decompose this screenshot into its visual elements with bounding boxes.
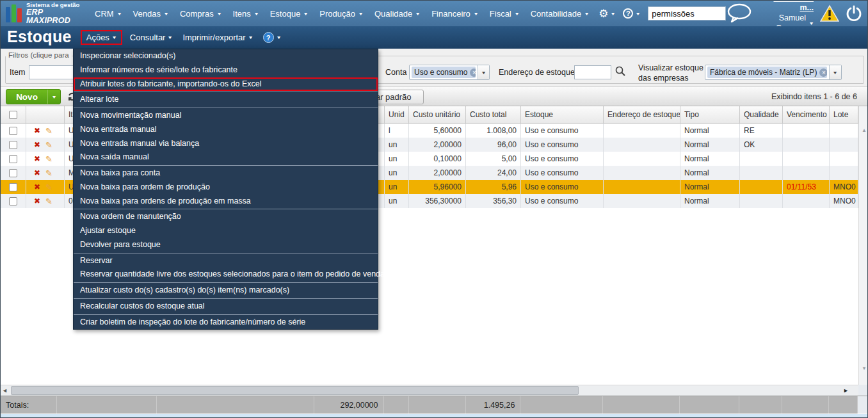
vertical-scrollbar[interactable]: ▲ ▼ — [858, 106, 868, 385]
menu-item[interactable]: Nova movimentação manual — [74, 109, 378, 123]
column-header-unid[interactable]: Unid — [385, 106, 409, 123]
horizontal-scrollbar[interactable]: ◄ ► — [1, 385, 858, 396]
edit-icon[interactable]: ✎ — [45, 155, 52, 163]
endereco-filter-input[interactable] — [574, 65, 611, 79]
column-header-endereco[interactable]: Endereço de estoque — [604, 106, 680, 123]
novo-button[interactable]: Novo ▼ — [6, 89, 61, 104]
menu-item[interactable]: Atualizar custo do(s) cadastro(s) do(s) … — [74, 284, 378, 298]
item-filter-input[interactable] — [29, 65, 74, 79]
menu-acoes[interactable]: Ações ▼ — [81, 30, 122, 45]
menu-item[interactable]: Devolver para estoque — [74, 238, 378, 252]
totals-cell: 1.495,26 — [466, 396, 520, 414]
scroll-left-icon[interactable]: ◄ — [2, 387, 8, 395]
menu-item[interactable]: Nova baixa para conta — [74, 166, 378, 181]
column-header-actions[interactable] — [26, 106, 65, 123]
main-menu-fiscal[interactable]: Fiscal▼ — [484, 5, 525, 22]
delete-icon[interactable]: ✖ — [34, 127, 40, 134]
app-logo[interactable]: Sistema de gestão ERP MAXIPROD — [1, 2, 89, 25]
column-header-vencimento[interactable]: Vencimento — [783, 106, 830, 123]
main-menu-vendas[interactable]: Vendas▼ — [127, 5, 174, 22]
empresa-filter-select[interactable]: Fábrica de móveis - Matriz (LP) × ▼ — [705, 65, 842, 80]
main-menu-contabilidade[interactable]: Contabilidade▼ — [525, 5, 595, 22]
column-header-estoque[interactable]: Estoque — [521, 106, 604, 123]
row-checkbox[interactable] — [9, 155, 17, 163]
menu-item[interactable]: Reservar quantidade livre dos estoques s… — [74, 268, 378, 282]
scrollbar-thumb[interactable] — [11, 386, 579, 395]
scroll-up-icon[interactable]: ▲ — [859, 125, 868, 136]
menu-item[interactable]: Nova baixa para ordem de produção — [74, 181, 378, 195]
menu-item[interactable]: Nova entrada manual via balança — [74, 137, 378, 151]
power-icon[interactable] — [846, 5, 862, 22]
conta-filter-select[interactable]: Uso e consumo × ▼ — [409, 65, 490, 80]
column-header-custo_total[interactable]: Custo total — [466, 106, 521, 123]
main-menu-qualidade[interactable]: Qualidade▼ — [369, 5, 426, 22]
edit-icon[interactable]: ✎ — [45, 127, 52, 135]
totals-cell — [603, 396, 680, 414]
column-header-check[interactable] — [1, 106, 26, 123]
edit-icon[interactable]: ✎ — [45, 141, 52, 149]
chevron-down-icon: ▼ — [168, 35, 173, 40]
menu-item[interactable]: Nova saída manual — [74, 150, 378, 165]
chevron-down-icon[interactable]: ▼ — [829, 65, 841, 79]
menu-item[interactable]: Nova entrada manual — [74, 123, 378, 137]
remove-chip-icon[interactable]: × — [470, 68, 475, 77]
delete-icon[interactable]: ✖ — [34, 141, 40, 149]
menu-item[interactable]: Nova ordem de manutenção — [74, 210, 378, 224]
main-menu-itens[interactable]: Itens▼ — [227, 5, 264, 22]
cell-custo_unitario: 0,10000 — [409, 152, 466, 166]
menu-item[interactable]: Reservar — [74, 254, 378, 268]
chat-icon[interactable] — [726, 3, 753, 24]
menu-item[interactable]: Alterar lote — [74, 93, 378, 107]
menu-item[interactable]: Inspecionar selecionado(s) — [74, 49, 378, 63]
search-icon[interactable] — [615, 65, 626, 79]
main-menu-compras[interactable]: Compras▼ — [174, 5, 227, 22]
page-help-menu[interactable]: ? ▼ — [258, 29, 286, 45]
row-checkbox[interactable] — [9, 169, 17, 177]
column-header-lote[interactable]: Lote — [830, 106, 858, 123]
column-header-qualidade[interactable]: Qualidade — [740, 106, 783, 123]
global-search-input[interactable] — [648, 6, 726, 20]
menu-consultar[interactable]: Consultar ▼ — [125, 30, 178, 45]
warning-icon[interactable] — [820, 4, 839, 22]
chevron-down-icon[interactable]: ▼ — [47, 90, 60, 104]
cell-unid: un — [385, 152, 409, 166]
cell-qualidade: RE — [740, 124, 783, 138]
menu-item[interactable]: Informar números de série/lote do fabric… — [74, 63, 378, 77]
menu-item[interactable]: Ajustar estoque — [74, 224, 378, 238]
remove-chip-icon[interactable]: × — [819, 68, 826, 77]
column-header-tipo[interactable]: Tipo — [680, 106, 740, 123]
edit-icon[interactable]: ✎ — [45, 169, 52, 177]
menu-item[interactable]: Criar boletim de inspeção do lote do fab… — [74, 316, 378, 330]
chevron-down-icon: ▼ — [303, 12, 309, 16]
delete-icon[interactable]: ✖ — [34, 197, 40, 205]
scroll-right-icon[interactable]: ► — [843, 387, 849, 395]
main-menu-financeiro[interactable]: Financeiro▼ — [426, 5, 484, 22]
row-checkbox[interactable] — [9, 127, 17, 135]
delete-icon[interactable]: ✖ — [34, 183, 40, 191]
select-all-checkbox[interactable] — [9, 111, 17, 119]
help-menu[interactable]: ? ▼ — [619, 4, 644, 22]
company-link[interactable]: Fábrica de m... — [759, 0, 814, 13]
menu-imprimir-exportar[interactable]: Imprimir/exportar ▼ — [177, 30, 257, 45]
scroll-down-icon[interactable]: ▼ — [859, 364, 868, 374]
edit-icon[interactable]: ✎ — [45, 183, 52, 191]
main-menu-produção[interactable]: Produção▼ — [314, 5, 369, 22]
cell-actions: ✖✎ — [26, 180, 65, 194]
main-menu-crm[interactable]: CRM▼ — [89, 5, 127, 22]
menu-item[interactable]: Recalcular custos do estoque atual — [74, 300, 378, 314]
main-menu-estoque[interactable]: Estoque▼ — [264, 5, 314, 22]
row-checkbox[interactable] — [9, 141, 17, 149]
row-checkbox[interactable] — [9, 183, 17, 191]
cell-endereco — [604, 138, 680, 152]
delete-icon[interactable]: ✖ — [34, 155, 40, 163]
menu-item[interactable]: Nova baixa para ordens de produção em ma… — [74, 195, 378, 209]
column-header-custo_unitario[interactable]: Custo unitário — [409, 106, 466, 123]
gear-icon: ⚙ — [599, 8, 608, 19]
chevron-down-icon[interactable]: ▼ — [478, 65, 489, 79]
edit-icon[interactable]: ✎ — [45, 197, 52, 205]
delete-icon[interactable]: ✖ — [34, 169, 40, 177]
menu-item[interactable]: Atribuir lotes do fabricante, importando… — [74, 77, 378, 92]
settings-menu[interactable]: ⚙ ▼ — [595, 4, 619, 23]
row-checkbox[interactable] — [9, 197, 17, 205]
novo-button-label: Novo — [6, 92, 47, 102]
